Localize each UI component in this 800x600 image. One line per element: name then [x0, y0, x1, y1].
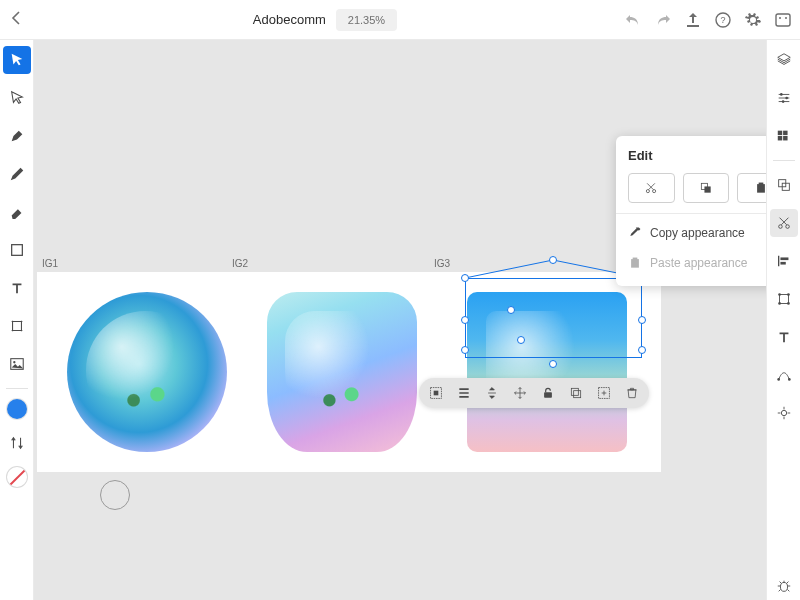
gear-icon[interactable] — [744, 11, 762, 29]
context-toolbar — [419, 378, 649, 408]
transform-panel-icon[interactable] — [770, 285, 798, 313]
touch-cursor-indicator — [100, 480, 130, 510]
canvas[interactable]: IG1 IG2 IG3 — [34, 40, 766, 600]
layers-panel-icon[interactable] — [770, 46, 798, 74]
cut-button[interactable] — [628, 173, 675, 203]
svg-rect-13 — [571, 388, 578, 395]
artboard-tool[interactable] — [3, 312, 31, 340]
edit-panel-icon[interactable] — [770, 209, 798, 237]
back-chevron-icon[interactable] — [8, 9, 26, 27]
svg-point-41 — [787, 302, 790, 305]
trash-icon[interactable] — [625, 386, 639, 400]
svg-point-4 — [785, 17, 787, 19]
svg-text:?: ? — [720, 15, 725, 25]
svg-rect-12 — [544, 392, 552, 397]
selection-handle[interactable] — [638, 316, 646, 324]
document-title: Adobecomm — [253, 12, 326, 27]
move-icon[interactable] — [513, 386, 527, 400]
svg-rect-22 — [631, 259, 639, 268]
artboard-label[interactable]: IG3 — [434, 258, 450, 269]
place-image-tool[interactable] — [3, 350, 31, 378]
pencil-tool[interactable] — [3, 160, 31, 188]
fill-color-swatch[interactable] — [7, 399, 27, 419]
swap-fill-stroke[interactable] — [3, 429, 31, 457]
clipboard-icon — [628, 256, 642, 270]
selection-handle[interactable] — [517, 336, 525, 344]
selection-handle[interactable] — [461, 274, 469, 282]
zoom-level[interactable]: 21.35% — [336, 9, 397, 31]
svg-point-24 — [780, 93, 783, 96]
svg-rect-27 — [777, 131, 781, 135]
copy-appearance-item[interactable]: Copy appearance — [628, 218, 766, 248]
selection-handle[interactable] — [549, 256, 557, 264]
svg-rect-19 — [704, 186, 710, 192]
eraser-tool[interactable] — [3, 198, 31, 226]
svg-point-17 — [653, 190, 656, 193]
svg-rect-28 — [783, 131, 787, 135]
svg-point-26 — [781, 100, 784, 103]
type-panel-icon[interactable] — [770, 323, 798, 351]
edit-popover-title: Edit — [628, 148, 653, 163]
svg-point-25 — [785, 97, 788, 100]
lock-icon[interactable] — [541, 386, 555, 400]
swatches-panel-icon[interactable] — [770, 122, 798, 150]
edit-popover: Edit Copy appearance Paste appearance — [616, 136, 766, 286]
svg-point-3 — [779, 17, 781, 19]
svg-point-43 — [788, 378, 791, 381]
shape-tool[interactable] — [3, 236, 31, 264]
stroke-color-swatch[interactable] — [7, 467, 27, 487]
share-icon[interactable] — [684, 11, 702, 29]
svg-point-16 — [647, 190, 650, 193]
fullscreen-icon[interactable] — [774, 11, 792, 29]
svg-point-42 — [777, 378, 780, 381]
group-icon[interactable] — [597, 386, 611, 400]
selection-handle[interactable] — [549, 360, 557, 368]
direct-select-tool[interactable] — [3, 84, 31, 112]
undo-icon[interactable] — [624, 11, 642, 29]
properties-panel-icon[interactable] — [770, 84, 798, 112]
svg-rect-29 — [777, 136, 781, 140]
list-icon[interactable] — [457, 386, 471, 400]
type-tool[interactable] — [3, 274, 31, 302]
svg-rect-37 — [779, 295, 788, 304]
arrange-icon[interactable] — [485, 386, 499, 400]
svg-point-40 — [778, 302, 781, 305]
pen-tool[interactable] — [3, 122, 31, 150]
path-panel-icon[interactable] — [770, 361, 798, 389]
svg-rect-11 — [434, 391, 439, 396]
selection-handle[interactable] — [461, 346, 469, 354]
bug-report-icon[interactable] — [770, 572, 798, 600]
svg-rect-2 — [776, 14, 790, 26]
svg-rect-30 — [783, 136, 787, 140]
paste-appearance-item: Paste appearance — [628, 248, 766, 278]
paste-appearance-label: Paste appearance — [650, 256, 747, 270]
selection-handle[interactable] — [461, 316, 469, 324]
copy-button[interactable] — [683, 173, 730, 203]
illustration-jar[interactable] — [267, 292, 417, 452]
selection-handle[interactable] — [638, 346, 646, 354]
artboard-label[interactable]: IG1 — [42, 258, 58, 269]
svg-rect-14 — [574, 391, 581, 398]
align-panel-icon[interactable] — [770, 247, 798, 275]
svg-rect-35 — [780, 257, 788, 260]
svg-point-45 — [780, 582, 787, 591]
paste-button[interactable] — [737, 173, 766, 203]
selection-tool[interactable] — [3, 46, 31, 74]
selection-handle[interactable] — [507, 306, 515, 314]
svg-rect-23 — [633, 258, 638, 260]
left-toolbar — [0, 40, 34, 600]
svg-line-8 — [465, 260, 553, 278]
redo-icon[interactable] — [654, 11, 672, 29]
precision-panel-icon[interactable] — [770, 399, 798, 427]
svg-point-39 — [787, 293, 790, 296]
help-icon[interactable]: ? — [714, 11, 732, 29]
combine-shapes-icon[interactable] — [770, 171, 798, 199]
illustration-fishbowl[interactable] — [67, 292, 227, 452]
artboard-label[interactable]: IG2 — [232, 258, 248, 269]
topbar: Adobecomm 21.35% ? — [0, 0, 800, 40]
select-all-icon[interactable] — [429, 386, 443, 400]
duplicate-icon[interactable] — [569, 386, 583, 400]
eyedropper-icon — [628, 226, 642, 240]
svg-point-34 — [785, 225, 789, 229]
svg-rect-36 — [780, 262, 785, 265]
